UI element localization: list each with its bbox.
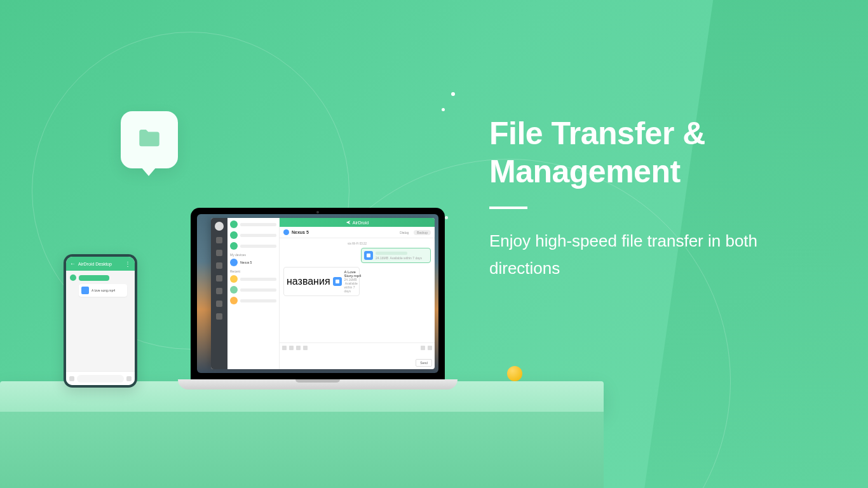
hero-title: File Transfer & Management bbox=[489, 114, 868, 191]
file-name: A Love Story.mp4 bbox=[344, 270, 362, 278]
contact-item[interactable] bbox=[230, 220, 276, 228]
app-brand: AirDroid bbox=[353, 220, 369, 225]
contact-item[interactable] bbox=[230, 275, 276, 283]
tab-dialog[interactable]: Dialog bbox=[397, 230, 412, 235]
folder-icon[interactable] bbox=[296, 346, 301, 350]
chat-title: Nexus 5 bbox=[292, 230, 309, 234]
chat-area: AirDroid Nexus 5 Dialog Backup via Wi-Fi… bbox=[280, 218, 435, 369]
chat-header: Nexus 5 Dialog Backup bbox=[280, 227, 435, 238]
phone-title: AirDroid Desktop bbox=[78, 262, 112, 266]
tab-backup[interactable]: Backup bbox=[414, 230, 431, 235]
section-label: Recent bbox=[230, 269, 276, 273]
action-icon[interactable] bbox=[421, 346, 425, 350]
phone-chat-body: A love song.mp4 bbox=[66, 271, 135, 371]
user-avatar[interactable] bbox=[215, 222, 224, 231]
file-name: A love song.mp4 bbox=[92, 288, 115, 292]
menu-icon[interactable]: ⋮ bbox=[125, 261, 131, 268]
section-label: My devices bbox=[230, 253, 276, 257]
phone-mockup: ← AirDroid Desktop ⋮ A love song.mp4 bbox=[64, 254, 137, 388]
nav-icon[interactable] bbox=[216, 237, 222, 243]
file-icon bbox=[333, 277, 342, 286]
nav-icon[interactable] bbox=[216, 275, 222, 281]
laptop-screen: My devices Nexus 5 Recent AirDroid bbox=[191, 208, 445, 379]
attach-icon[interactable] bbox=[282, 346, 287, 350]
decorative-dot bbox=[442, 108, 445, 111]
contact-item[interactable] bbox=[230, 231, 276, 239]
app-icon[interactable] bbox=[303, 346, 308, 350]
back-icon[interactable]: ← bbox=[70, 261, 76, 267]
app-title-bar: AirDroid bbox=[280, 218, 435, 227]
phone-file-message[interactable]: A love song.mp4 bbox=[79, 284, 127, 297]
outgoing-file-message[interactable]: 24.16MB Available within 7 days bbox=[361, 248, 431, 263]
file-icon bbox=[81, 287, 89, 294]
contact-item[interactable] bbox=[230, 297, 276, 304]
file-name-placeholder bbox=[376, 252, 407, 255]
phone-app-header: ← AirDroid Desktop ⋮ bbox=[66, 257, 135, 271]
emoji-icon[interactable] bbox=[126, 376, 132, 381]
device-status-icon bbox=[283, 229, 289, 235]
nav-icon[interactable] bbox=[216, 313, 222, 320]
file-meta: 24.16MB Available within 7 days bbox=[344, 278, 362, 293]
nav-icon[interactable] bbox=[216, 301, 222, 307]
paper-plane-icon bbox=[346, 220, 351, 226]
nav-icon[interactable] bbox=[216, 288, 222, 294]
contact-item[interactable]: Nexus 5 bbox=[230, 259, 276, 266]
laptop-base bbox=[178, 379, 458, 390]
nav-icon[interactable] bbox=[216, 262, 222, 269]
action-icon[interactable] bbox=[428, 346, 432, 350]
chat-messages: via Wi-Fi 03:22 24.16MB Available within… bbox=[280, 238, 435, 342]
folder-badge bbox=[121, 111, 178, 168]
file-meta: 24.16MB Available within 7 days bbox=[376, 256, 422, 260]
incoming-file-message: названия A Love Story.mp4 24.16MB Availa… bbox=[283, 267, 360, 296]
image-icon[interactable] bbox=[289, 346, 294, 350]
phone-input-bar bbox=[66, 371, 135, 385]
file-icon bbox=[364, 251, 373, 260]
send-button[interactable]: Send bbox=[416, 359, 432, 367]
decorative-ball bbox=[507, 366, 522, 381]
chat-input-area: Send bbox=[280, 342, 435, 369]
message-input[interactable] bbox=[77, 375, 124, 383]
phone-screen: ← AirDroid Desktop ⋮ A love song.mp4 bbox=[66, 257, 135, 385]
folder-icon bbox=[136, 125, 163, 154]
attach-icon[interactable] bbox=[69, 376, 74, 381]
nav-icon[interactable] bbox=[216, 250, 222, 256]
nav-rail bbox=[211, 218, 227, 369]
contact-item[interactable] bbox=[230, 286, 276, 294]
decorative-dot bbox=[451, 92, 455, 96]
hero-subtitle: Enjoy high-speed file transfer in both d… bbox=[489, 227, 832, 282]
avatar-icon bbox=[70, 274, 76, 281]
timestamp: via Wi-Fi 03:22 bbox=[283, 242, 431, 245]
message-bubble bbox=[79, 275, 109, 281]
phone-message-row bbox=[70, 274, 131, 281]
laptop-mockup: My devices Nexus 5 Recent AirDroid bbox=[178, 208, 458, 390]
title-divider bbox=[489, 207, 527, 209]
contact-list: My devices Nexus 5 Recent bbox=[227, 218, 280, 369]
desktop-wallpaper: My devices Nexus 5 Recent AirDroid bbox=[197, 214, 438, 373]
device-name: Nexus 5 bbox=[240, 261, 252, 264]
app-window: My devices Nexus 5 Recent AirDroid bbox=[211, 218, 435, 369]
contact-item[interactable] bbox=[230, 242, 276, 250]
